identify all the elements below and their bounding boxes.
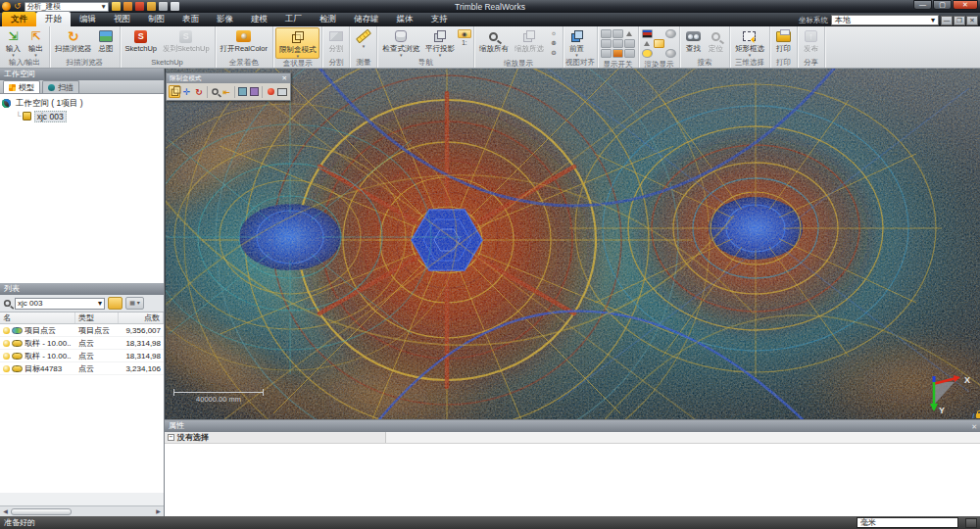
horizontal-scrollbar[interactable]: ◀ ▶	[0, 505, 164, 516]
view-mode-button[interactable]: ▦ ▾	[125, 297, 144, 310]
toggle-scans-icon[interactable]	[601, 49, 612, 58]
zoom-selected-button[interactable]: 缩放所选	[512, 27, 547, 59]
tab-edit[interactable]: 编辑	[71, 12, 105, 26]
box-outside-button[interactable]	[249, 85, 260, 98]
site-map-button[interactable]: 总图	[95, 27, 118, 58]
tab-inspection[interactable]: 检测	[311, 12, 345, 26]
examiner-mode-button[interactable]: 检查式浏览▾	[379, 27, 422, 58]
rectangle-select-button[interactable]: 矩形框选▾	[732, 27, 767, 58]
table-row[interactable]: 目标44783 点云 3,234,106	[0, 362, 164, 375]
column-points[interactable]: 点数	[119, 313, 164, 323]
pie-render-icon[interactable]	[642, 49, 653, 58]
visibility-bulb-icon[interactable]	[3, 365, 10, 372]
parallel-projection-button[interactable]: 平行投影▾	[422, 27, 458, 58]
extract-box-button[interactable]: ⇤	[221, 85, 232, 98]
toggle-warning-icon[interactable]	[624, 29, 635, 38]
record-button[interactable]	[265, 85, 275, 98]
lighting-icon[interactable]	[665, 29, 676, 38]
scroll-left-arrow[interactable]: ◀	[0, 507, 11, 516]
tree-item-project[interactable]: └ xjc 003	[2, 110, 162, 122]
measure-button[interactable]: ▾	[352, 27, 374, 58]
column-name[interactable]: 名	[0, 313, 75, 323]
zoom-out-icon[interactable]: ⊖	[547, 49, 561, 58]
visibility-bulb-icon[interactable]	[3, 353, 10, 360]
toggle-stations-icon[interactable]	[612, 49, 623, 58]
doc-minimize-button[interactable]: —	[941, 16, 953, 25]
toggle-images-icon[interactable]	[624, 39, 635, 48]
table-row[interactable]: 取样 - 10.00.. 点云 18,314,98	[0, 337, 164, 350]
print-button[interactable]: 打印	[772, 27, 795, 58]
tab-scans[interactable]: 扫描	[42, 80, 79, 93]
toggle-labels-icon[interactable]	[601, 39, 612, 48]
segment-button[interactable]: 分割	[324, 27, 347, 58]
box-inside-button[interactable]	[237, 85, 248, 98]
visibility-bulb-icon[interactable]	[3, 327, 10, 334]
brightness-icon[interactable]: ☼	[547, 29, 561, 38]
zoom-all-button[interactable]: 缩放所有	[476, 27, 512, 59]
save-icon[interactable]	[159, 2, 168, 11]
table-row[interactable]: 项目点云 项目点云 9,356,007	[0, 324, 164, 337]
zoom-in-icon[interactable]: ⊕	[547, 39, 561, 48]
toggle-grid-icon[interactable]	[601, 29, 612, 38]
workflow-selector[interactable]: 分析_建模▾	[24, 2, 109, 12]
new-project-icon[interactable]	[112, 2, 121, 11]
tab-media[interactable]: 媒体	[388, 12, 422, 26]
tab-home[interactable]: 开始	[36, 12, 71, 26]
close-icon[interactable]: ✕	[971, 421, 977, 433]
tab-support[interactable]: 支持	[422, 12, 457, 26]
coordinate-system-selector[interactable]: 本地▾	[831, 15, 939, 25]
visibility-bulb-icon[interactable]	[3, 340, 10, 347]
tab-models[interactable]: 模型	[3, 80, 40, 93]
close-button[interactable]: ✕	[953, 0, 978, 10]
viewport-3d[interactable]: 限制盒模式✕ ✛ ↻ ⇤ 40000.00 mm X Y i	[165, 69, 980, 419]
sketchup-button[interactable]: SSketchUp	[122, 27, 161, 58]
locate-button[interactable]: 定位	[705, 27, 727, 58]
table-row[interactable]: 取样 - 10.00.. 点云 18,314,98	[0, 350, 164, 362]
toggle-targets-icon[interactable]	[612, 39, 623, 48]
tab-file[interactable]: 文件	[2, 12, 36, 26]
tab-plant[interactable]: 工厂	[276, 12, 311, 26]
limit-box-toolbar[interactable]: 限制盒模式✕ ✛ ↻ ⇤	[166, 72, 291, 101]
scroll-right-arrow[interactable]: ▶	[153, 507, 164, 516]
column-type[interactable]: 类型	[75, 313, 119, 323]
export-button[interactable]: ⇱输出▾	[24, 27, 47, 58]
tab-imaging[interactable]: 影像	[208, 12, 242, 26]
close-icon[interactable]: ✕	[282, 73, 287, 83]
color-ramp-icon[interactable]	[642, 29, 653, 38]
edit-icon[interactable]	[135, 2, 144, 11]
draw-limit-box-button[interactable]	[169, 85, 180, 98]
doc-restore-button[interactable]: ❐	[954, 16, 965, 25]
open-project-icon[interactable]	[123, 2, 132, 11]
pano-camera-toggle[interactable]: ◉	[458, 29, 471, 38]
folder-button[interactable]	[108, 297, 122, 310]
point-size-icon[interactable]	[642, 39, 653, 48]
intensity-render-icon[interactable]	[654, 39, 664, 48]
tab-storage-tank[interactable]: 储存罐	[345, 12, 388, 26]
home-icon[interactable]	[147, 2, 156, 11]
tab-surface[interactable]: 表面	[173, 12, 208, 26]
zoom-box-button[interactable]	[209, 85, 220, 98]
resize-grip[interactable]	[965, 518, 977, 528]
smooth-shading-icon[interactable]	[665, 49, 676, 58]
maximize-button[interactable]: ▢	[933, 0, 952, 10]
import-button[interactable]: ⇲输入▾	[2, 27, 24, 58]
scrollbar-thumb[interactable]	[11, 508, 72, 515]
front-view-button[interactable]: 前置▾	[565, 27, 588, 58]
find-button[interactable]: 查找	[682, 27, 705, 58]
app-icon[interactable]	[2, 2, 11, 11]
list-filter-combo[interactable]: xjc 003▾	[15, 298, 105, 310]
undo-icon[interactable]: ↺	[14, 2, 22, 11]
tab-view[interactable]: 视图	[105, 12, 139, 26]
publish-button[interactable]: ↑发布	[800, 27, 822, 58]
unit-selector[interactable]: 毫米	[857, 517, 958, 528]
collapse-icon[interactable]: −	[168, 434, 174, 441]
rotate-box-button[interactable]: ↻	[193, 85, 204, 98]
report-icon[interactable]	[171, 2, 179, 11]
tree-root-workspace[interactable]: 工作空间 ( 1项目 )	[2, 97, 162, 110]
send-to-sketchup-button[interactable]: S发到SketchUp	[160, 27, 213, 58]
open-realcolor-button[interactable]: 打开RealColor	[218, 27, 270, 58]
toggle-annotations-icon[interactable]	[624, 49, 635, 58]
scan-explorer-button[interactable]: ↻扫描浏览器	[52, 27, 95, 58]
scale-ratio-button[interactable]: 1:	[458, 39, 471, 48]
screen-button[interactable]	[277, 85, 288, 98]
